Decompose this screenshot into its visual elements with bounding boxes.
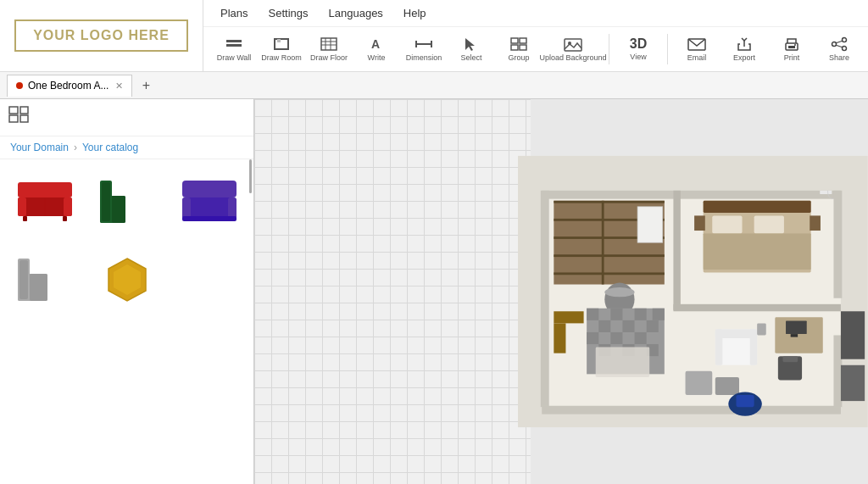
catalog-item-yellow-table[interactable] [91,246,163,314]
upload-bg-button[interactable]: Upload Background [544,35,602,64]
svg-rect-49 [182,216,236,221]
share-button[interactable]: Share [817,35,861,64]
svg-rect-91 [647,320,659,332]
group-button[interactable]: Group [497,35,541,64]
draw-room-label: Draw Room [261,53,302,62]
email-icon [687,36,706,52]
svg-rect-45 [182,181,236,197]
svg-rect-111 [686,371,713,395]
tab-add-icon: + [142,78,150,93]
svg-rect-71 [602,201,604,285]
green-sofa-svg [98,179,156,225]
catalog-item-gray-sofa[interactable] [8,246,81,314]
logo-box: YOUR LOGO HERE [14,19,188,52]
svg-rect-106 [786,321,807,335]
catalog-item-purple-sofa[interactable] [173,168,245,236]
breadcrumb-domain[interactable]: Your Domain [10,142,69,153]
svg-rect-34 [18,182,72,197]
email-button[interactable]: Email [675,35,719,64]
svg-rect-88 [653,309,665,320]
separator-1 [609,34,609,64]
catalog-scrollbar[interactable] [249,159,252,193]
tab-close-button[interactable]: ✕ [115,81,123,92]
svg-rect-61 [834,191,843,298]
svg-point-24 [794,44,796,46]
svg-rect-32 [20,107,28,114]
nav-settings[interactable]: Settings [269,7,309,19]
svg-rect-109 [783,356,798,362]
draw-floor-label: Draw Floor [310,53,348,62]
export-button[interactable]: Export [722,35,766,64]
svg-rect-72 [637,207,663,242]
svg-rect-58 [542,191,842,199]
svg-rect-63 [674,191,681,310]
upload-bg-label: Upload Background [539,53,606,62]
svg-rect-81 [821,191,832,194]
write-button[interactable]: A Write [354,35,398,64]
svg-rect-37 [64,197,72,216]
tab-add-button[interactable]: + [136,75,156,96]
svg-rect-103 [715,329,722,364]
draw-wall-button[interactable]: Draw Wall [212,35,256,64]
header: YOUR LOGO HERE Plans Settings Languages … [0,0,868,72]
svg-rect-86 [611,309,623,320]
svg-rect-43 [112,196,125,223]
catalog-item-red-sofa[interactable] [8,168,81,236]
draw-room-button[interactable]: Draw Room [259,35,303,64]
svg-rect-15 [520,38,526,43]
nav-plans[interactable]: Plans [220,7,248,19]
dimension-label: Dimension [406,53,442,62]
tab-bedroom[interactable]: One Bedroom A... ✕ [7,75,132,97]
breadcrumb-catalog[interactable]: Your catalog [82,142,138,153]
select-label: Select [460,53,481,62]
svg-rect-36 [18,197,26,216]
breadcrumb: Your Domain › Your catalog [0,136,253,159]
draw-floor-button[interactable]: Draw Floor [307,35,351,64]
print-button[interactable]: Print [770,35,814,64]
catalog-grid [0,159,253,484]
svg-rect-1 [226,44,242,47]
svg-rect-52 [30,274,47,301]
nav-languages[interactable]: Languages [329,7,383,19]
print-icon [782,36,801,52]
email-label: Email [687,53,707,62]
draw-wall-label: Draw Wall [217,53,252,62]
floorplan-3d [518,99,868,484]
nav-help[interactable]: Help [403,7,426,19]
3d-view-button[interactable]: 3D View [616,36,660,63]
svg-rect-80 [810,215,821,231]
3d-icon: 3D [630,37,647,51]
red-sofa-svg [16,181,74,223]
separator-2 [667,34,668,64]
svg-rect-116 [841,365,865,401]
tab-label: One Bedroom A... [28,80,108,92]
sidebar-icon-row [0,99,253,136]
svg-rect-90 [623,320,635,332]
catalog-item-green-sofa[interactable] [91,168,163,236]
svg-rect-4 [321,38,337,50]
main-content: Your Domain › Your catalog [0,99,868,484]
dimension-button[interactable]: Dimension [402,35,446,64]
toolbar: Draw Wall Draw Room Draw Fl [203,27,868,71]
svg-rect-60 [542,406,842,414]
svg-rect-85 [587,309,598,320]
svg-text:A: A [371,37,380,51]
canvas-area[interactable] [254,99,868,484]
svg-point-27 [832,42,837,47]
logo-text: YOUR LOGO HERE [33,28,170,42]
svg-rect-75 [704,201,811,213]
svg-rect-94 [635,332,647,344]
share-label: Share [829,53,849,62]
select-button[interactable]: Select [449,35,493,64]
svg-rect-53 [19,260,28,299]
svg-rect-14 [511,38,518,43]
svg-point-26 [843,47,847,51]
purple-sofa-svg [181,179,238,225]
export-icon [735,36,754,52]
export-label: Export [733,53,755,62]
yellow-table-svg [102,254,153,305]
svg-rect-62 [834,335,843,407]
svg-rect-92 [587,332,598,344]
svg-rect-104 [750,329,757,364]
svg-line-29 [836,45,843,47]
